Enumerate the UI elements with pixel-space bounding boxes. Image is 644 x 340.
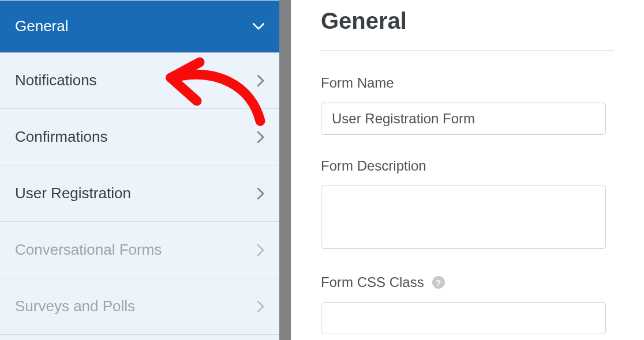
sidebar-item-label: User Registration [15, 184, 131, 202]
sidebar-item-label: Notifications [15, 71, 97, 89]
sidebar-item-general[interactable]: General [0, 1, 279, 52]
form-css-class-input[interactable] [321, 302, 606, 334]
field-form-css-class: Form CSS Class ? [321, 274, 614, 334]
form-description-label: Form Description [321, 158, 614, 174]
chevron-right-icon [257, 75, 264, 86]
form-description-input[interactable] [321, 186, 606, 249]
settings-sidebar: General Notifications Confirmations User… [0, 0, 279, 340]
sidebar-item-notifications[interactable]: Notifications [0, 52, 279, 109]
panel-divider [279, 0, 291, 340]
form-name-label: Form Name [321, 75, 614, 91]
settings-panel: General Form Name Form Description Form … [291, 0, 644, 340]
field-form-description: Form Description [321, 158, 614, 251]
chevron-right-icon [257, 188, 264, 199]
sidebar-item-label: Conversational Forms [15, 241, 162, 259]
sidebar-item-label: General [15, 17, 69, 35]
sidebar-item-label: Surveys and Polls [15, 297, 135, 315]
form-css-class-label: Form CSS Class [321, 274, 424, 290]
chevron-down-icon [253, 23, 264, 30]
chevron-right-icon [257, 131, 264, 143]
sidebar-item-conversational-forms[interactable]: Conversational Forms [0, 222, 279, 278]
sidebar-item-label: Confirmations [15, 128, 107, 146]
chevron-right-icon [257, 244, 264, 256]
section-divider [321, 50, 614, 51]
chevron-right-icon [257, 301, 264, 312]
page-title: General [321, 8, 614, 34]
help-icon[interactable]: ? [432, 276, 445, 289]
sidebar-item-confirmations[interactable]: Confirmations [0, 109, 279, 165]
form-name-input[interactable] [321, 103, 606, 135]
sidebar-item-user-registration[interactable]: User Registration [0, 165, 279, 222]
field-form-name: Form Name [321, 75, 614, 135]
sidebar-item-surveys-polls[interactable]: Surveys and Polls [0, 278, 279, 335]
